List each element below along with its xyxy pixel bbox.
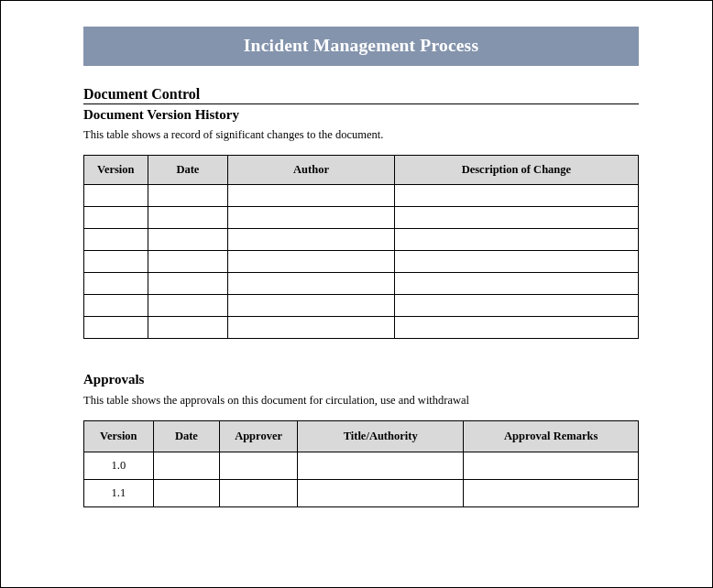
table-row — [84, 273, 639, 295]
col-version: Version — [84, 156, 148, 185]
approvals-table: Version Date Approver Title/Authority Ap… — [83, 420, 639, 507]
col-approval-remarks: Approval Remarks — [464, 421, 639, 452]
approvals-caption: This table shows the approvals on this d… — [83, 394, 639, 408]
section-heading-document-control: Document Control — [83, 86, 639, 104]
col-description: Description of Change — [394, 156, 638, 185]
subsection-heading-approvals: Approvals — [83, 372, 639, 387]
document-title-banner: Incident Management Process — [83, 27, 639, 66]
col-version: Version — [84, 421, 154, 452]
table-row — [84, 251, 639, 273]
col-author: Author — [228, 156, 395, 185]
subsection-heading-version-history: Document Version History — [83, 107, 639, 123]
table-row: 1.0 — [84, 452, 639, 480]
col-title-authority: Title/Authority — [297, 421, 464, 452]
col-date: Date — [148, 156, 228, 185]
table-row — [84, 207, 639, 229]
col-date: Date — [153, 421, 220, 452]
version-history-table: Version Date Author Description of Chang… — [83, 155, 639, 339]
table-row — [84, 317, 639, 339]
version-history-caption: This table shows a record of significant… — [83, 128, 639, 142]
table-row — [84, 229, 639, 251]
document-title: Incident Management Process — [244, 36, 478, 55]
col-approver: Approver — [220, 421, 298, 452]
table-row — [84, 185, 639, 207]
table-row — [84, 295, 639, 317]
table-row: 1.1 — [84, 480, 639, 507]
